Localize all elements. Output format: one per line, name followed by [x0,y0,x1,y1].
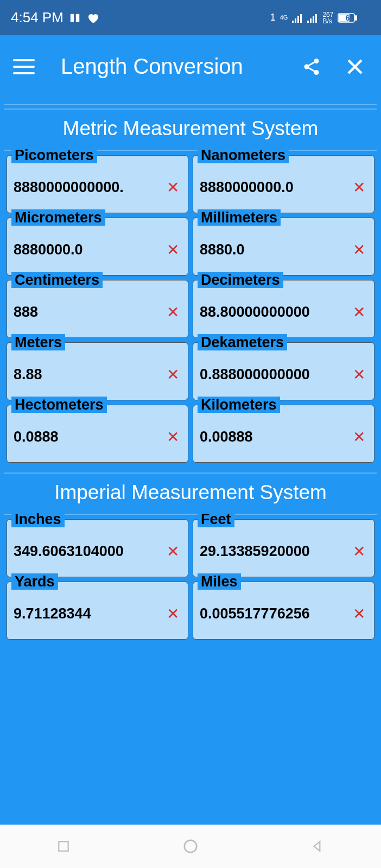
field-inches[interactable]: Inches 349.6063104000 ✕ [7,519,188,577]
status-time: 4:54 PM [11,9,63,26]
section-header-metric: Metric Measurement System [0,110,381,150]
svg-rect-2 [292,21,294,23]
svg-rect-3 [295,18,296,23]
value-millimeters[interactable]: 8880.0 [200,241,351,258]
clear-icon[interactable]: ✕ [351,241,367,259]
clear-icon[interactable]: ✕ [351,542,367,560]
value-feet[interactable]: 29.13385920000 [200,543,351,560]
label-centimeters: Centimeters [11,272,103,288]
value-kilometers[interactable]: 0.00888 [200,429,351,445]
value-picometers[interactable]: 8880000000000. [14,179,164,196]
label-meters: Meters [11,334,65,350]
app-icon-1 [69,12,81,24]
svg-rect-6 [307,21,309,23]
svg-rect-9 [315,14,317,23]
app-title: Length Conversion [61,54,299,79]
field-dekameters[interactable]: Dekameters 0.888000000000 ✕ [193,342,374,400]
label-miles: Miles [198,573,241,590]
close-icon[interactable] [342,54,368,80]
value-hectometers[interactable]: 0.0888 [14,429,164,445]
svg-point-17 [185,840,197,853]
clear-icon[interactable]: ✕ [164,542,181,560]
label-hectometers: Hectometers [11,397,107,413]
clear-icon[interactable]: ✕ [164,605,181,623]
label-kilometers: Kilometers [198,397,280,413]
field-decimeters[interactable]: Decimeters 88.80000000000 ✕ [193,280,374,338]
svg-point-14 [304,64,309,69]
battery-percent: 62 [345,14,354,22]
clear-icon[interactable]: ✕ [351,605,367,623]
label-inches: Inches [11,511,65,527]
clear-icon[interactable]: ✕ [164,366,181,384]
field-millimeters[interactable]: Millimeters 8880.0 ✕ [193,218,374,276]
label-feet: Feet [198,511,234,527]
app-bar: Length Conversion [0,35,381,98]
field-hectometers[interactable]: Hectometers 0.0888 ✕ [7,405,188,463]
svg-rect-8 [313,16,314,23]
label-decimeters: Decimeters [198,272,283,288]
field-centimeters[interactable]: Centimeters 888 ✕ [7,280,188,338]
field-nanometers[interactable]: Nanometers 8880000000.0 ✕ [193,155,374,213]
value-decimeters[interactable]: 88.80000000000 [200,304,351,321]
signal-icon-1 [292,13,303,23]
label-yards: Yards [11,573,58,590]
recent-apps-button[interactable] [53,835,74,857]
value-yards[interactable]: 9.71128344 [14,605,164,622]
label-nanometers: Nanometers [198,147,289,163]
svg-rect-16 [59,841,68,851]
svg-rect-1 [76,14,79,22]
svg-rect-7 [310,18,312,23]
clear-icon[interactable]: ✕ [351,303,367,321]
clear-icon[interactable]: ✕ [164,303,181,321]
field-micrometers[interactable]: Micrometers 8880000.0 ✕ [7,218,188,276]
svg-rect-11 [355,16,357,20]
status-right: 1 4G 267 B/s 62 [270,11,370,24]
value-meters[interactable]: 8.88 [14,366,164,383]
field-miles[interactable]: Miles 0.005517776256 ✕ [193,582,374,640]
clear-icon[interactable]: ✕ [351,178,367,196]
content: Metric Measurement System Picometers 888… [0,98,381,825]
metric-grid: Picometers 8880000000000. ✕ Nanometers 8… [0,151,381,463]
field-feet[interactable]: Feet 29.13385920000 ✕ [193,519,374,577]
svg-rect-4 [297,16,299,23]
menu-icon[interactable] [13,56,35,78]
imperial-grid: Inches 349.6063104000 ✕ Feet 29.13385920… [0,515,381,640]
signal-icon-2 [307,13,318,23]
field-meters[interactable]: Meters 8.88 ✕ [7,342,188,400]
system-nav-bar [0,825,381,868]
data-rate: 267 B/s [322,11,333,24]
svg-point-15 [314,70,319,75]
svg-rect-5 [300,14,302,23]
network-type: 4G [280,15,288,21]
back-button[interactable] [307,835,328,857]
field-yards[interactable]: Yards 9.71128344 ✕ [7,582,188,640]
clear-icon[interactable]: ✕ [164,241,181,259]
label-picometers: Picometers [11,147,97,163]
value-centimeters[interactable]: 888 [14,304,164,321]
label-micrometers: Micrometers [11,209,105,226]
clear-icon[interactable]: ✕ [351,366,367,384]
status-left: 4:54 PM [11,9,99,26]
home-button[interactable] [180,835,201,857]
svg-point-13 [314,59,319,63]
clear-icon[interactable]: ✕ [164,178,181,196]
heart-icon [86,11,99,24]
clear-icon[interactable]: ✕ [351,428,367,446]
field-picometers[interactable]: Picometers 8880000000000. ✕ [7,155,188,213]
value-inches[interactable]: 349.6063104000 [14,543,164,560]
label-dekameters: Dekameters [198,334,287,350]
value-dekameters[interactable]: 0.888000000000 [200,366,351,383]
label-millimeters: Millimeters [198,209,281,226]
value-micrometers[interactable]: 8880000.0 [14,241,164,258]
field-kilometers[interactable]: Kilometers 0.00888 ✕ [193,405,374,463]
svg-rect-0 [71,14,74,22]
section-header-imperial: Imperial Measurement System [0,474,381,514]
sim-indicator: 1 [270,12,276,23]
value-miles[interactable]: 0.005517776256 [200,605,351,622]
status-bar: 4:54 PM 1 4G 267 B/s 62 [0,0,381,35]
share-icon[interactable] [299,54,325,80]
value-nanometers[interactable]: 8880000000.0 [200,179,351,196]
clear-icon[interactable]: ✕ [164,428,181,446]
